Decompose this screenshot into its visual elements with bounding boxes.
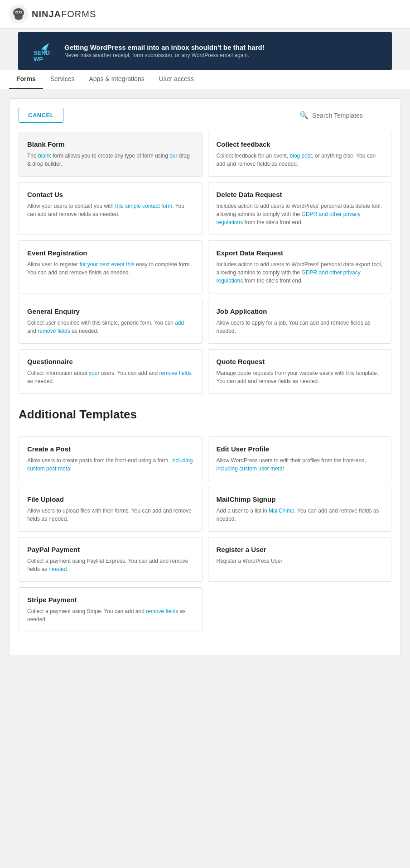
template-description: Collect a payment using PayPal Express. …: [27, 557, 194, 573]
template-description: Allow users to upload files with their f…: [27, 507, 194, 523]
nav-bar: Forms Services Apps & Integrations User …: [0, 70, 410, 89]
template-title: Event Registration: [27, 249, 194, 257]
template-title: MailChimp Signup: [217, 495, 383, 503]
svg-rect-7: [16, 15, 21, 16]
nav-item-forms[interactable]: Forms: [9, 70, 43, 89]
template-card-job-application[interactable]: Job Application Allow users to apply for…: [208, 299, 392, 344]
template-card-blank-form[interactable]: Blank Form The blank form allows you to …: [19, 132, 203, 177]
template-description: Collect user enquiries with this simple,…: [27, 319, 194, 335]
banner-text: Getting WordPress email into an inbox sh…: [64, 43, 265, 58]
template-card-collect-feedback[interactable]: Collect feedback Collect feedback for an…: [208, 132, 392, 177]
svg-point-5: [16, 12, 18, 13]
template-card-edit-user-profile[interactable]: Edit User Profile Allow WordPress users …: [208, 436, 392, 481]
svg-point-2: [14, 14, 23, 20]
template-description: Add a user to a list in MailChimp. You c…: [217, 507, 383, 523]
nav-item-apps[interactable]: Apps & Integrations: [82, 70, 151, 89]
template-card-paypal-payment[interactable]: PayPal Payment Collect a payment using P…: [19, 537, 203, 582]
ninjaforms-logo-icon: [9, 5, 28, 24]
template-description: Allow users to create posts from the fro…: [27, 456, 194, 473]
template-card-questionnaire[interactable]: Questionnaire Collect information about …: [19, 349, 203, 394]
banner-title: Getting WordPress email into an inbox sh…: [64, 43, 265, 51]
section-divider: [19, 429, 391, 429]
template-card-contact-us[interactable]: Contact Us Allow your users to contact y…: [19, 182, 203, 235]
template-card-register-a-user[interactable]: Register a User Register a WordPress Use…: [208, 537, 392, 582]
template-description: Allow WordPress users to edit their prof…: [217, 456, 383, 473]
template-title: Quote Request: [217, 358, 383, 365]
template-description: Allow user to register for your next eve…: [27, 260, 194, 277]
template-title: Stripe Payment: [27, 596, 194, 604]
top-header: NINJAFORMS: [0, 0, 410, 29]
additional-template-grid: Create a Post Allow users to create post…: [19, 436, 391, 632]
svg-text:SEND: SEND: [34, 49, 50, 56]
template-card-mailchimp-signup[interactable]: MailChimp Signup Add a user to a list in…: [208, 487, 392, 532]
template-title: Export Data Request: [217, 249, 383, 257]
template-card-create-a-post[interactable]: Create a Post Allow users to create post…: [19, 436, 203, 481]
template-title: General Enquiry: [27, 307, 194, 315]
template-description: Allow users to apply for a job. You can …: [217, 319, 383, 335]
template-description: Collect feedback for an event, blog post…: [217, 152, 383, 168]
template-description: Allow your users to contact you with thi…: [27, 202, 194, 218]
template-title: Blank Form: [27, 140, 194, 148]
template-title: Collect feedback: [217, 140, 383, 148]
template-card-stripe-payment[interactable]: Stripe Payment Collect a payment using S…: [19, 587, 203, 632]
template-description: The blank form allows you to create any …: [27, 152, 194, 168]
svg-point-6: [20, 12, 21, 13]
template-description: Includes action to add users to WordPres…: [217, 202, 383, 226]
template-title: Job Application: [217, 307, 383, 315]
template-card-file-upload[interactable]: File Upload Allow users to upload files …: [19, 487, 203, 532]
template-description: Register a WordPress User: [217, 557, 383, 565]
main-content: CANCEL 🔍 Blank Form The blank form allow…: [0, 89, 410, 664]
template-grid: Blank Form The blank form allows you to …: [19, 132, 391, 394]
template-title: Delete Data Request: [217, 191, 383, 198]
template-title: Register a User: [217, 546, 383, 553]
toolbar: CANCEL 🔍: [19, 108, 391, 123]
content-box: CANCEL 🔍 Blank Form The blank form allow…: [9, 98, 401, 655]
sendwp-banner[interactable]: SEND WP Getting WordPress email into an …: [18, 32, 392, 70]
template-card-event-registration[interactable]: Event Registration Allow user to registe…: [19, 240, 203, 293]
template-title: Create a Post: [27, 445, 194, 453]
template-card-quote-request[interactable]: Quote Request Manage quote requests from…: [208, 349, 392, 394]
svg-text:WP: WP: [34, 56, 43, 62]
logo-ninja: NINJA: [32, 9, 61, 19]
search-input[interactable]: [312, 112, 391, 119]
template-description: Collect information about your users. Yo…: [27, 369, 194, 385]
sendwp-icon: SEND WP: [32, 38, 55, 63]
template-title: File Upload: [27, 495, 194, 503]
template-description: Manage quote requests from your website …: [217, 369, 383, 385]
nav-item-user-access[interactable]: User access: [152, 70, 201, 89]
template-description: Includes action to add users to WordPres…: [217, 260, 383, 285]
template-title: Edit User Profile: [217, 445, 383, 453]
template-description: Collect a payment using Stripe. You can …: [27, 607, 194, 623]
template-card-delete-data-request[interactable]: Delete Data Request Includes action to a…: [208, 182, 392, 235]
logo-area: NINJAFORMS: [9, 5, 96, 24]
logo-forms: FORMS: [61, 9, 96, 19]
search-icon: 🔍: [299, 111, 309, 120]
nav-item-services[interactable]: Services: [43, 70, 82, 89]
logo-text: NINJAFORMS: [32, 9, 96, 19]
template-title: PayPal Payment: [27, 546, 194, 553]
search-area[interactable]: 🔍: [299, 111, 391, 120]
additional-templates-title: Additional Templates: [19, 408, 391, 422]
template-title: Questionnaire: [27, 358, 194, 365]
template-card-general-enquiry[interactable]: General Enquiry Collect user enquiries w…: [19, 299, 203, 344]
cancel-button[interactable]: CANCEL: [19, 108, 63, 123]
template-card-export-data-request[interactable]: Export Data Request Includes action to a…: [208, 240, 392, 293]
template-title: Contact Us: [27, 191, 194, 198]
empty-cell: [208, 587, 392, 632]
banner-subtitle: Never miss another receipt, form submiss…: [64, 52, 265, 58]
